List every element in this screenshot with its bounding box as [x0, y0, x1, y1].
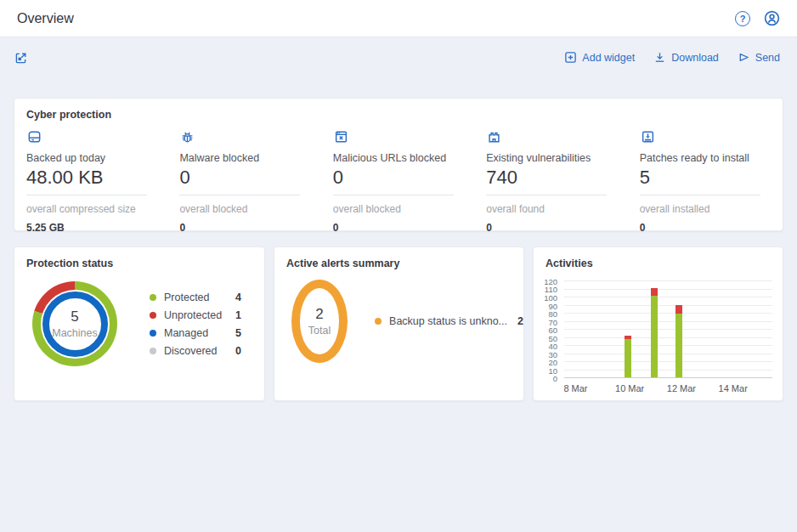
- x-tick-label: 14 Mar: [719, 383, 748, 393]
- stat-malicious-urls: Malicious URLs blocked 0 overall blocked…: [333, 129, 486, 234]
- completed-segment: [675, 314, 682, 377]
- activities-y-axis: 0102030405060708090100110120: [539, 281, 561, 378]
- stat-value: 0: [179, 167, 310, 189]
- header: Overview ?: [0, 0, 797, 37]
- patch-install-icon: [640, 129, 771, 146]
- activities-card: Activities 0102030405060708090100110120 …: [533, 246, 783, 401]
- stat-value: 48.00 KB: [26, 167, 157, 189]
- alerts-donut-ring: 2 Total: [291, 280, 348, 363]
- x-tick-label: 10 Mar: [615, 383, 644, 393]
- protection-donut-ring: 5 Machines: [32, 281, 117, 366]
- y-tick-label: 100: [544, 292, 557, 302]
- y-tick-label: 120: [544, 277, 557, 286]
- activity-bar: [675, 281, 682, 377]
- vulnerabilities-icon: [486, 129, 617, 146]
- legend-label: Managed: [164, 327, 235, 339]
- legend-label: Unprotected: [164, 309, 235, 321]
- help-icon[interactable]: ?: [735, 11, 750, 26]
- activity-bar: [625, 281, 631, 377]
- active-alerts-content: 2 Total Backup status is unkno... 2: [274, 269, 523, 363]
- protection-status-title: Protection status: [14, 247, 264, 269]
- legend-value: 4: [235, 291, 241, 303]
- protection-inner-ring: 5 Machines: [42, 291, 108, 357]
- machines-count: 5: [71, 308, 78, 325]
- activities-plot: [564, 281, 772, 378]
- y-tick-label: 20: [548, 358, 557, 367]
- activities-chart: 0102030405060708090100110120 8 Mar10 Mar…: [539, 281, 774, 395]
- stat-value: 0: [333, 167, 464, 189]
- download-icon: [653, 51, 666, 64]
- divider: [640, 195, 760, 195]
- y-tick-label: 110: [545, 285, 557, 294]
- stat-value: 740: [486, 167, 617, 189]
- stat-label: Malware blocked: [179, 152, 310, 164]
- alert-type-label: Backup status is unkno...: [389, 315, 507, 327]
- add-widget-label: Add widget: [582, 52, 635, 64]
- malicious-url-icon: [333, 129, 464, 146]
- legend-label: Discovered: [164, 345, 235, 357]
- gridline: [564, 361, 772, 362]
- toolbar: Add widget Download Send: [0, 37, 797, 68]
- activities-title: Activities: [534, 247, 783, 269]
- stat-sublabel: overall found: [486, 203, 617, 215]
- send-icon: [738, 51, 750, 64]
- cyber-protection-title: Cyber protection: [14, 99, 783, 121]
- y-tick-label: 70: [548, 317, 557, 326]
- stat-backed-up-today: Backed up today 48.00 KB overall compres…: [26, 129, 179, 234]
- protection-status-content: 5 Machines Protected 4 Unprotected 1: [14, 269, 264, 366]
- machines-label: Machines: [52, 327, 98, 339]
- gridline: [564, 354, 772, 354]
- stat-vulnerabilities: Existing vulnerabilities 740 overall fou…: [486, 129, 639, 234]
- divider: [26, 195, 147, 195]
- stat-subvalue: 5.25 GB: [26, 222, 157, 234]
- stat-subvalue: 0: [333, 222, 464, 234]
- stat-subvalue: 0: [486, 222, 617, 234]
- completed-segment: [625, 339, 631, 377]
- gridline: [564, 370, 772, 371]
- download-button[interactable]: Download: [653, 51, 719, 64]
- page-title: Overview: [17, 11, 74, 26]
- completed-segment: [651, 296, 658, 377]
- gridline: [564, 305, 772, 306]
- alerts-total-count: 2: [315, 306, 323, 323]
- send-button[interactable]: Send: [738, 51, 780, 64]
- y-tick-label: 90: [548, 301, 557, 310]
- stat-patches: Patches ready to install 5 overall insta…: [640, 129, 771, 234]
- divider: [486, 195, 607, 195]
- y-tick-label: 80: [548, 308, 557, 318]
- legend-item-discovered: Discovered 0: [150, 345, 241, 357]
- cyber-protection-card: Cyber protection Backed up today 48.00 K…: [14, 98, 783, 231]
- add-widget-button[interactable]: Add widget: [564, 51, 635, 64]
- activities-x-axis: 8 Mar10 Mar12 Mar14 Mar: [564, 378, 772, 395]
- stat-sublabel: overall compressed size: [26, 203, 157, 215]
- alert-type-dot: [375, 318, 382, 325]
- main-content: Cyber protection Backed up today 48.00 K…: [0, 98, 797, 401]
- legend-value: 0: [235, 345, 241, 357]
- expand-widget-icon[interactable]: [14, 51, 28, 65]
- add-widget-icon: [564, 51, 577, 64]
- active-alerts-title: Active alerts summary: [274, 247, 523, 269]
- account-icon[interactable]: [764, 10, 780, 26]
- backup-drive-icon: [26, 129, 157, 146]
- alert-type-value: 2: [517, 315, 523, 327]
- gridline: [564, 289, 772, 290]
- help-glyph: ?: [740, 14, 746, 24]
- legend-item-protected: Protected 4: [150, 291, 241, 303]
- y-tick-label: 10: [548, 365, 557, 375]
- alerts-legend: Backup status is unkno... 2: [375, 315, 523, 327]
- download-label: Download: [671, 52, 719, 64]
- managed-dot: [150, 330, 156, 337]
- gridline: [564, 337, 772, 338]
- x-tick-label: 8 Mar: [563, 383, 587, 393]
- header-actions: ?: [735, 10, 780, 26]
- legend-item-managed: Managed 5: [150, 327, 241, 339]
- y-tick-label: 30: [548, 349, 557, 359]
- protection-legend: Protected 4 Unprotected 1 Managed 5: [150, 286, 241, 363]
- legend-value: 1: [235, 309, 241, 321]
- gridline: [564, 297, 772, 297]
- gridline: [564, 280, 772, 281]
- legend-value: 5: [235, 327, 241, 339]
- failed-segment: [675, 305, 682, 313]
- y-tick-label: 40: [548, 341, 557, 350]
- unprotected-dot: [150, 312, 156, 319]
